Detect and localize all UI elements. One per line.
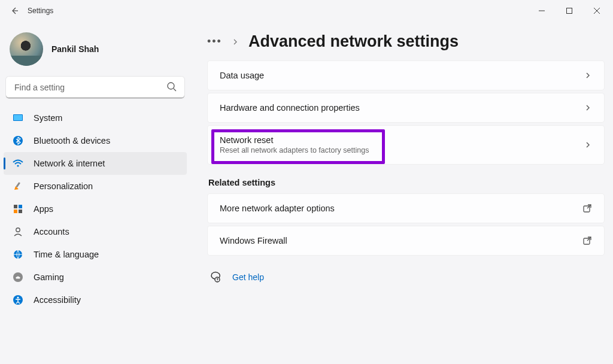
breadcrumb: ••• Advanced network settings bbox=[207, 32, 605, 51]
svg-rect-7 bbox=[14, 205, 17, 208]
system-icon bbox=[12, 112, 24, 124]
profile-name: Pankil Shah bbox=[51, 44, 99, 54]
avatar bbox=[10, 32, 43, 66]
search-input[interactable] bbox=[6, 77, 184, 98]
help-row[interactable]: Get help bbox=[207, 266, 605, 288]
svg-rect-9 bbox=[14, 210, 17, 213]
svg-point-5 bbox=[17, 165, 19, 166]
sidebar-item-personalization[interactable]: Personalization bbox=[4, 175, 187, 198]
sidebar-item-apps[interactable]: Apps bbox=[4, 198, 187, 220]
svg-point-11 bbox=[16, 228, 20, 232]
maximize-button[interactable] bbox=[556, 1, 583, 20]
sidebar-item-accessibility[interactable]: Accessibility bbox=[4, 289, 187, 311]
help-icon bbox=[210, 271, 221, 283]
help-link[interactable]: Get help bbox=[232, 272, 264, 282]
sidebar-item-network[interactable]: Network & internet bbox=[4, 152, 187, 175]
external-link-icon bbox=[582, 236, 592, 245]
close-icon bbox=[594, 8, 600, 14]
sidebar-item-label: Accounts bbox=[34, 227, 69, 236]
breadcrumb-more-button[interactable]: ••• bbox=[207, 35, 222, 48]
search-wrap bbox=[6, 77, 184, 98]
close-button[interactable] bbox=[583, 1, 611, 20]
chevron-right-icon bbox=[584, 141, 592, 149]
paintbrush-icon bbox=[12, 180, 24, 192]
section-related-label: Related settings bbox=[208, 178, 603, 187]
chevron-right-icon bbox=[584, 71, 592, 80]
card-title: Network reset bbox=[220, 135, 584, 145]
sidebar-item-gaming[interactable]: Gaming bbox=[4, 266, 187, 289]
minimize-icon bbox=[539, 8, 545, 14]
svg-rect-0 bbox=[567, 8, 572, 14]
app-title: Settings bbox=[28, 7, 53, 15]
card-windows-firewall[interactable]: Windows Firewall bbox=[207, 226, 605, 256]
apps-icon bbox=[12, 203, 24, 215]
nav-list: System Bluetooth & devices Network & int… bbox=[4, 107, 187, 311]
sidebar-item-label: Personalization bbox=[34, 181, 93, 191]
titlebar: Settings bbox=[0, 0, 613, 22]
chevron-right-icon bbox=[584, 104, 592, 112]
svg-rect-3 bbox=[14, 115, 22, 120]
sidebar-item-accounts[interactable]: Accounts bbox=[4, 220, 187, 243]
card-title: More network adapter options bbox=[220, 204, 582, 213]
card-title: Windows Firewall bbox=[220, 236, 582, 245]
card-title: Hardware and connection properties bbox=[220, 103, 584, 113]
maximize-icon bbox=[566, 8, 572, 14]
svg-rect-10 bbox=[19, 210, 22, 213]
sidebar-item-time-language[interactable]: Time & language bbox=[4, 243, 187, 266]
sidebar-item-label: Apps bbox=[34, 204, 53, 214]
svg-point-15 bbox=[17, 296, 19, 298]
accessibility-icon bbox=[12, 294, 24, 306]
svg-point-1 bbox=[168, 83, 174, 89]
accounts-icon bbox=[12, 226, 24, 238]
card-data-usage[interactable]: Data usage bbox=[207, 60, 605, 90]
profile-block[interactable]: Pankil Shah bbox=[4, 26, 187, 77]
sidebar-item-label: Gaming bbox=[34, 272, 64, 282]
sidebar-item-label: Bluetooth & devices bbox=[34, 136, 110, 145]
sidebar-item-label: Network & internet bbox=[34, 159, 105, 168]
card-adapter-options[interactable]: More network adapter options bbox=[207, 193, 605, 223]
chevron-right-icon bbox=[232, 38, 239, 46]
sidebar-item-label: Time & language bbox=[34, 250, 99, 259]
sidebar-item-label: Accessibility bbox=[34, 295, 81, 305]
svg-rect-6 bbox=[16, 182, 20, 187]
minimize-button[interactable] bbox=[528, 1, 556, 20]
card-network-reset[interactable]: Network reset Reset all network adapters… bbox=[207, 125, 605, 165]
main-content: ••• Advanced network settings Data usage… bbox=[190, 22, 613, 364]
sidebar-item-label: System bbox=[34, 113, 62, 123]
card-subtitle: Reset all network adapters to factory se… bbox=[220, 146, 584, 154]
arrow-left-icon bbox=[10, 6, 19, 16]
wifi-icon bbox=[12, 157, 24, 169]
external-link-icon bbox=[582, 204, 592, 213]
card-title: Data usage bbox=[220, 71, 584, 80]
page-title: Advanced network settings bbox=[248, 32, 459, 51]
back-button[interactable] bbox=[2, 1, 26, 20]
svg-rect-8 bbox=[19, 205, 22, 208]
gaming-icon bbox=[12, 271, 24, 283]
sidebar: Pankil Shah System Bluetooth & devices N… bbox=[0, 22, 190, 364]
svg-point-19 bbox=[217, 280, 217, 281]
sidebar-item-system[interactable]: System bbox=[4, 107, 187, 129]
sidebar-item-bluetooth[interactable]: Bluetooth & devices bbox=[4, 129, 187, 152]
bluetooth-icon bbox=[12, 135, 24, 147]
card-hardware-properties[interactable]: Hardware and connection properties bbox=[207, 93, 605, 123]
globe-icon bbox=[12, 248, 24, 260]
search-icon bbox=[166, 81, 177, 92]
window-controls bbox=[528, 1, 611, 20]
